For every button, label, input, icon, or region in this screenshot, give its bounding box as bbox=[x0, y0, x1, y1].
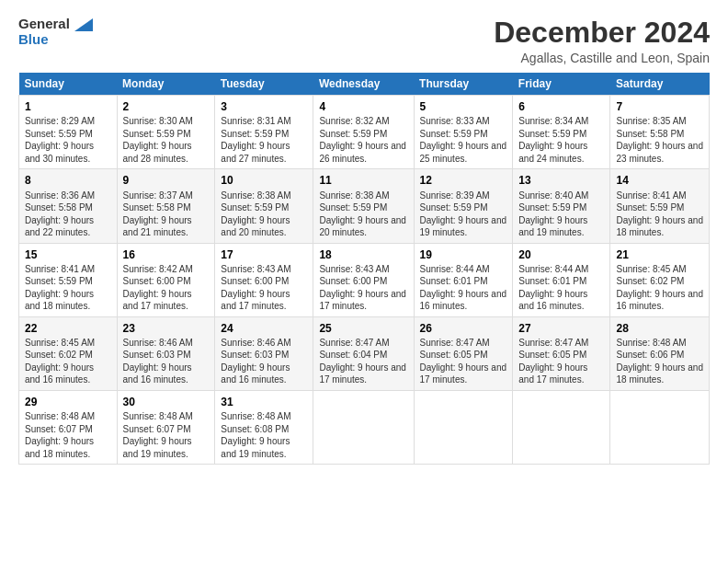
daylight-text: Daylight: 9 hours and 20 minutes. bbox=[319, 214, 407, 239]
sunset-text: Sunset: 5:59 PM bbox=[319, 201, 407, 214]
daylight-text: Daylight: 9 hours and 17 minutes. bbox=[123, 288, 210, 313]
calendar-cell bbox=[414, 390, 513, 464]
day-number: 19 bbox=[420, 247, 507, 262]
calendar-week-4: 22Sunrise: 8:45 AMSunset: 6:02 PMDayligh… bbox=[19, 316, 710, 390]
daylight-text: Daylight: 9 hours and 22 minutes. bbox=[25, 214, 111, 239]
sunrise-text: Sunrise: 8:41 AM bbox=[25, 263, 111, 276]
sunset-text: Sunset: 6:01 PM bbox=[420, 275, 507, 288]
daylight-text: Daylight: 9 hours and 28 minutes. bbox=[123, 140, 210, 165]
sunrise-text: Sunrise: 8:45 AM bbox=[616, 263, 703, 276]
day-number: 5 bbox=[420, 99, 507, 114]
day-number: 28 bbox=[616, 321, 703, 336]
day-number: 26 bbox=[420, 321, 507, 336]
day-number: 31 bbox=[221, 395, 307, 409]
sunset-text: Sunset: 6:00 PM bbox=[123, 275, 210, 288]
sunrise-text: Sunrise: 8:48 AM bbox=[221, 410, 307, 423]
daylight-text: Daylight: 9 hours and 18 minutes. bbox=[25, 435, 111, 460]
calendar-cell: 13Sunrise: 8:40 AMSunset: 5:59 PMDayligh… bbox=[513, 169, 610, 243]
calendar-cell: 30Sunrise: 8:48 AMSunset: 6:07 PMDayligh… bbox=[117, 390, 215, 464]
calendar-cell: 22Sunrise: 8:45 AMSunset: 6:02 PMDayligh… bbox=[19, 316, 118, 390]
calendar-cell: 23Sunrise: 8:46 AMSunset: 6:03 PMDayligh… bbox=[117, 316, 215, 390]
sunset-text: Sunset: 6:00 PM bbox=[221, 275, 307, 288]
daylight-text: Daylight: 9 hours and 16 minutes. bbox=[518, 288, 604, 313]
day-number: 22 bbox=[25, 321, 111, 336]
sunset-text: Sunset: 6:05 PM bbox=[518, 349, 604, 362]
day-number: 8 bbox=[25, 173, 111, 188]
daylight-text: Daylight: 9 hours and 30 minutes. bbox=[25, 140, 111, 165]
calendar-cell: 7Sunrise: 8:35 AMSunset: 5:58 PMDaylight… bbox=[610, 96, 710, 169]
sunset-text: Sunset: 5:59 PM bbox=[319, 128, 407, 141]
day-number: 12 bbox=[420, 173, 507, 188]
calendar-cell bbox=[313, 390, 414, 464]
sunrise-text: Sunrise: 8:29 AM bbox=[25, 115, 111, 128]
calendar-cell: 19Sunrise: 8:44 AMSunset: 6:01 PMDayligh… bbox=[414, 243, 513, 316]
calendar-cell: 18Sunrise: 8:43 AMSunset: 6:00 PMDayligh… bbox=[313, 243, 414, 316]
daylight-text: Daylight: 9 hours and 16 minutes. bbox=[420, 288, 507, 313]
sunrise-text: Sunrise: 8:41 AM bbox=[616, 190, 703, 202]
daylight-text: Daylight: 9 hours and 24 minutes. bbox=[518, 140, 604, 165]
sunrise-text: Sunrise: 8:48 AM bbox=[616, 337, 703, 350]
sunrise-text: Sunrise: 8:46 AM bbox=[221, 337, 307, 350]
daylight-text: Daylight: 9 hours and 25 minutes. bbox=[420, 140, 507, 165]
daylight-text: Daylight: 9 hours and 18 minutes. bbox=[616, 362, 703, 386]
sunrise-text: Sunrise: 8:36 AM bbox=[25, 190, 111, 202]
day-number: 13 bbox=[518, 173, 604, 188]
calendar-cell: 11Sunrise: 8:38 AMSunset: 5:59 PMDayligh… bbox=[313, 169, 414, 243]
sunset-text: Sunset: 6:05 PM bbox=[420, 349, 507, 362]
calendar-cell: 25Sunrise: 8:47 AMSunset: 6:04 PMDayligh… bbox=[313, 316, 414, 390]
calendar-week-3: 15Sunrise: 8:41 AMSunset: 5:59 PMDayligh… bbox=[19, 243, 710, 316]
sunset-text: Sunset: 5:59 PM bbox=[518, 201, 604, 214]
day-number: 15 bbox=[25, 247, 111, 262]
header-thursday: Thursday bbox=[414, 73, 513, 96]
sunset-text: Sunset: 6:07 PM bbox=[123, 423, 210, 436]
day-number: 10 bbox=[221, 173, 307, 188]
sunset-text: Sunset: 5:58 PM bbox=[123, 201, 210, 214]
sunset-text: Sunset: 5:58 PM bbox=[616, 128, 703, 141]
daylight-text: Daylight: 9 hours and 19 minutes. bbox=[420, 214, 507, 239]
calendar-cell: 24Sunrise: 8:46 AMSunset: 6:03 PMDayligh… bbox=[215, 316, 313, 390]
sunrise-text: Sunrise: 8:34 AM bbox=[518, 115, 604, 128]
sunset-text: Sunset: 6:02 PM bbox=[616, 275, 703, 288]
day-number: 7 bbox=[616, 99, 703, 114]
header-wednesday: Wednesday bbox=[313, 73, 414, 96]
sunset-text: Sunset: 5:58 PM bbox=[25, 201, 111, 214]
calendar-cell: 9Sunrise: 8:37 AMSunset: 5:58 PMDaylight… bbox=[117, 169, 215, 243]
calendar-cell: 21Sunrise: 8:45 AMSunset: 6:02 PMDayligh… bbox=[610, 243, 710, 316]
sunset-text: Sunset: 5:59 PM bbox=[25, 128, 111, 141]
header-monday: Monday bbox=[117, 73, 215, 96]
daylight-text: Daylight: 9 hours and 23 minutes. bbox=[616, 140, 703, 165]
sunset-text: Sunset: 5:59 PM bbox=[616, 201, 703, 214]
sunset-text: Sunset: 5:59 PM bbox=[420, 128, 507, 141]
day-number: 20 bbox=[518, 247, 604, 262]
daylight-text: Daylight: 9 hours and 17 minutes. bbox=[221, 288, 307, 313]
calendar-week-2: 8Sunrise: 8:36 AMSunset: 5:58 PMDaylight… bbox=[19, 169, 710, 243]
daylight-text: Daylight: 9 hours and 20 minutes. bbox=[221, 214, 307, 239]
day-number: 3 bbox=[221, 99, 307, 114]
sunrise-text: Sunrise: 8:43 AM bbox=[221, 263, 307, 276]
calendar-cell: 26Sunrise: 8:47 AMSunset: 6:05 PMDayligh… bbox=[414, 316, 513, 390]
sunset-text: Sunset: 6:03 PM bbox=[123, 349, 210, 362]
daylight-text: Daylight: 9 hours and 18 minutes. bbox=[616, 214, 703, 239]
day-number: 4 bbox=[319, 99, 407, 114]
calendar-cell: 16Sunrise: 8:42 AMSunset: 6:00 PMDayligh… bbox=[117, 243, 215, 316]
sunset-text: Sunset: 5:59 PM bbox=[123, 128, 210, 141]
sunrise-text: Sunrise: 8:46 AM bbox=[123, 337, 210, 350]
calendar-cell: 15Sunrise: 8:41 AMSunset: 5:59 PMDayligh… bbox=[19, 243, 118, 316]
sunset-text: Sunset: 6:01 PM bbox=[518, 275, 604, 288]
day-number: 9 bbox=[123, 173, 210, 188]
calendar-cell: 1Sunrise: 8:29 AMSunset: 5:59 PMDaylight… bbox=[19, 96, 118, 169]
header-sunday: Sunday bbox=[19, 73, 118, 96]
day-number: 23 bbox=[123, 321, 210, 336]
calendar-cell: 31Sunrise: 8:48 AMSunset: 6:08 PMDayligh… bbox=[215, 390, 313, 464]
day-number: 16 bbox=[123, 247, 210, 262]
calendar-cell: 12Sunrise: 8:39 AMSunset: 5:59 PMDayligh… bbox=[414, 169, 513, 243]
daylight-text: Daylight: 9 hours and 16 minutes. bbox=[25, 362, 111, 386]
day-number: 1 bbox=[25, 99, 111, 114]
sunrise-text: Sunrise: 8:48 AM bbox=[123, 410, 210, 423]
calendar-cell: 27Sunrise: 8:47 AMSunset: 6:05 PMDayligh… bbox=[513, 316, 610, 390]
daylight-text: Daylight: 9 hours and 18 minutes. bbox=[25, 288, 111, 313]
daylight-text: Daylight: 9 hours and 16 minutes. bbox=[616, 288, 703, 313]
sunset-text: Sunset: 6:07 PM bbox=[25, 423, 111, 436]
sunrise-text: Sunrise: 8:44 AM bbox=[420, 263, 507, 276]
title-section: December 2024 Agallas, Castille and Leon… bbox=[494, 17, 710, 65]
